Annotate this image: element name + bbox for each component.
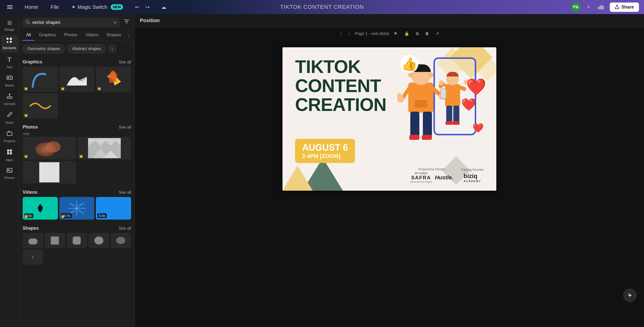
svg-rect-56 — [410, 112, 419, 137]
tab-photos[interactable]: Photos — [61, 30, 81, 41]
crown-badge-1: 👑 — [24, 87, 28, 90]
photo-item-1[interactable]: 👑 — [23, 137, 76, 159]
share-button[interactable]: Share — [610, 3, 639, 12]
graphic-item-3[interactable]: 👑 — [96, 67, 131, 92]
canvas-frame[interactable]: TIKTOK CONTENT CREATION AUGUST 6 2-4PM [… — [283, 47, 496, 191]
sidebar-item-photos[interactable]: Photos — [1, 165, 18, 182]
sidebar-item-draw[interactable]: Draw — [1, 109, 18, 127]
page-share-button[interactable]: ↗ — [434, 29, 441, 38]
sidebar-label-elements: Elements — [3, 46, 16, 50]
tab-graphics[interactable]: Graphics — [35, 30, 60, 41]
photos-section-header: Photos See all — [19, 121, 135, 132]
draw-icon — [7, 112, 13, 119]
undo-button[interactable]: ↩ — [133, 2, 141, 12]
page-delete-button[interactable]: 🗑 — [423, 29, 431, 38]
shapes-scroll-right[interactable]: › — [23, 250, 43, 265]
graphics-title: Graphics — [23, 59, 42, 65]
chips-scroll-right[interactable]: › — [108, 44, 116, 53]
graphic-item-4[interactable]: 👑 — [23, 93, 58, 118]
svg-rect-29 — [39, 162, 59, 182]
svg-rect-5 — [10, 38, 12, 40]
svg-rect-17 — [10, 152, 12, 154]
page-collapse-button[interactable]: ↑ — [338, 29, 344, 38]
heart-icon-3: ❤️ — [472, 123, 484, 133]
sidebar-item-text[interactable]: T Text — [1, 53, 18, 71]
page-preview-button[interactable]: 👁 — [392, 29, 400, 38]
svg-rect-0 — [598, 7, 599, 9]
photo-item-3[interactable] — [23, 161, 76, 184]
text-icon: T — [8, 56, 12, 64]
tab-all[interactable]: All — [23, 30, 34, 41]
add-collaborator-button[interactable]: + — [585, 2, 592, 12]
sidebar-item-projects[interactable]: Projects — [1, 128, 18, 145]
sidebar-label-photos: Photos — [4, 176, 14, 180]
search-input-wrap[interactable]: ✕ — [23, 18, 120, 27]
apps-icon — [7, 149, 13, 156]
photos-see-all[interactable]: See all — [119, 125, 131, 130]
videos-see-all[interactable]: See all — [119, 190, 131, 195]
video-item-1[interactable]: 9.0s 👑 — [23, 197, 58, 220]
sidebar-item-elements[interactable]: Elements — [1, 35, 18, 52]
photos-hide-btn[interactable]: Hide — [19, 132, 135, 137]
document-title: TIKTOK CONTENT CREATION — [280, 4, 364, 10]
svg-point-4 — [7, 38, 9, 40]
graphics-section-header: Graphics See all — [19, 56, 135, 67]
svg-marker-6 — [7, 41, 9, 43]
clear-search-button[interactable]: ✕ — [113, 20, 117, 25]
canvas-main-text: TIKTOK CONTENT CREATION — [295, 57, 386, 114]
sidebar-item-brand[interactable]: Brand — [1, 72, 18, 90]
file-nav[interactable]: File — [48, 3, 61, 12]
filter-button[interactable] — [122, 18, 131, 27]
shape-item-4[interactable] — [89, 233, 109, 248]
chip-geometric[interactable]: Geometric shapes — [23, 44, 65, 53]
sidebar-item-uploads[interactable]: Uploads — [1, 91, 18, 108]
shapes-see-all[interactable]: See all — [119, 226, 131, 231]
deco-triangle-2 — [283, 166, 313, 191]
search-bar: ✕ — [19, 14, 135, 30]
videos-title: Videos — [23, 190, 37, 195]
page-duplicate-button[interactable]: ⧉ — [414, 29, 421, 38]
svg-rect-3 — [603, 6, 604, 9]
video-item-2[interactable]: 10.0s 👑 — [59, 197, 95, 220]
title-line-2: CONTENT — [295, 76, 386, 96]
uploads-icon — [7, 93, 13, 100]
shape-item-1[interactable] — [23, 233, 43, 248]
graphic-item-1[interactable]: 👑 — [23, 67, 58, 92]
cloud-save-button[interactable]: ☁ — [159, 2, 168, 12]
tab-shapes[interactable]: Shapes — [103, 30, 125, 41]
svg-rect-37 — [51, 236, 59, 244]
photo-item-2[interactable]: 👑 — [78, 137, 131, 159]
elements-icon — [6, 37, 13, 45]
sidebar-label-brand: Brand — [5, 84, 14, 87]
photo-crown-1: 👑 — [24, 154, 28, 158]
sidebar-item-design[interactable]: ⊞ Design — [1, 17, 18, 34]
tab-videos[interactable]: Videos — [82, 30, 102, 41]
shape-item-5[interactable] — [111, 233, 131, 248]
chip-abstract[interactable]: Abstract shapes — [67, 44, 106, 53]
magic-switch-label: Magic Switch — [78, 4, 107, 10]
svg-point-55 — [428, 72, 433, 77]
tabs-scroll-right[interactable]: › — [127, 31, 131, 39]
magic-assistant-button[interactable] — [623, 289, 636, 302]
avatar[interactable]: P& — [571, 2, 581, 12]
title-line-1: TIKTOK — [295, 57, 386, 76]
svg-rect-7 — [10, 41, 12, 43]
page-expand-button[interactable]: ↓ — [346, 29, 352, 38]
magic-switch-nav[interactable]: ✦ Magic Switch NEW — [69, 3, 126, 12]
shape-item-2[interactable] — [45, 233, 65, 248]
page-lock-button[interactable]: 🔒 — [402, 29, 411, 38]
graphics-see-all[interactable]: See all — [119, 60, 131, 64]
home-nav[interactable]: Home — [22, 3, 41, 12]
search-input[interactable] — [32, 20, 111, 25]
video-item-3[interactable]: 6.0s — [96, 197, 131, 220]
stats-button[interactable] — [596, 3, 606, 11]
shape-item-3[interactable] — [67, 233, 87, 248]
sidebar-item-apps[interactable]: Apps — [1, 146, 18, 164]
svg-rect-10 — [10, 77, 12, 77]
menu-button[interactable] — [5, 3, 15, 11]
svg-point-40 — [116, 237, 125, 244]
canvas-wrapper[interactable]: ↑ ↓ Page 1 - web-tiktok 👁 🔒 ⧉ 🗑 ↗ — [135, 27, 644, 327]
sidebar-label-design: Design — [4, 28, 14, 31]
graphic-item-2[interactable]: 👑 — [59, 67, 95, 92]
redo-button[interactable]: ↪ — [143, 2, 152, 12]
